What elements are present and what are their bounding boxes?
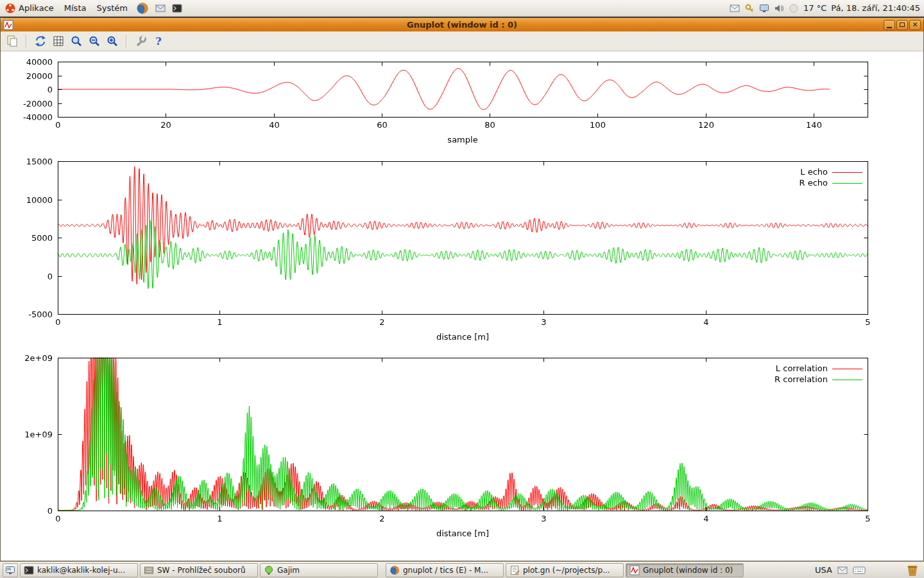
clock[interactable]: Pá, 18. září, 21:40:45 <box>831 3 920 13</box>
tray-mail-icon[interactable] <box>837 565 848 575</box>
maximize-icon <box>900 22 905 27</box>
gnuplot-toolbar: ? <box>1 31 923 51</box>
system-tray: 17 °C Pá, 18. září, 21:40:45 <box>730 0 924 16</box>
keyboard-layout-indicator[interactable]: USA <box>815 565 832 575</box>
weather-icon[interactable] <box>789 3 799 13</box>
close-icon: ✕ <box>912 21 918 28</box>
gnome-top-panel: Aplikace Místa Systém <box>0 0 924 17</box>
volume-icon[interactable] <box>774 3 784 13</box>
show-desktop-icon <box>5 565 15 575</box>
tray-mail-icon[interactable] <box>730 3 740 13</box>
zoom-in-icon <box>106 35 119 48</box>
zoom-icon <box>70 35 83 48</box>
firefox-icon <box>136 2 149 15</box>
file-manager-icon <box>144 565 154 575</box>
chart-echo-canvas[interactable] <box>0 154 924 347</box>
show-desktop-button[interactable] <box>3 563 18 577</box>
task-label: plot.gn (~/projects/p... <box>523 566 610 575</box>
firefox-launcher[interactable] <box>133 0 152 16</box>
zoom-out-icon <box>88 35 101 48</box>
minimize-icon <box>887 27 892 28</box>
gnuplot-icon <box>629 565 640 575</box>
copy-icon <box>6 35 19 48</box>
toolbar-separator <box>26 35 27 48</box>
refresh-icon <box>34 35 47 48</box>
zoom-in-button[interactable] <box>105 33 120 49</box>
bottom-taskbar: kaklik@kaklik-kolej-u... SW - Prohlížeč … <box>0 561 924 578</box>
copy-to-clipboard-button[interactable] <box>4 33 20 49</box>
text-editor-icon <box>509 565 520 575</box>
tray-display-icon[interactable] <box>759 3 769 13</box>
minimize-button[interactable] <box>884 20 895 30</box>
window-titlebar[interactable]: Gnuplot (window id : 0) ✕ <box>1 18 923 31</box>
grid-icon <box>52 35 65 48</box>
chart-signal-canvas[interactable] <box>0 54 924 152</box>
task-gnuplot[interactable]: Gnuplot (window id : 0) <box>626 563 744 577</box>
task-label: Gnuplot (window id : 0) <box>643 566 733 575</box>
menu-system[interactable]: Systém <box>91 0 132 16</box>
task-file-manager[interactable]: SW - Prohlížeč souborů <box>140 563 258 577</box>
firefox-icon <box>389 565 400 575</box>
wrench-icon <box>134 35 147 48</box>
zoom-out-button[interactable] <box>87 33 102 49</box>
window-title: Gnuplot (window id : 0) <box>1 20 923 30</box>
task-label: gnuplot / tics (E) - M... <box>403 566 488 575</box>
close-button[interactable]: ✕ <box>909 20 921 30</box>
toggle-grid-button[interactable] <box>51 33 66 49</box>
menu-places-label: Místa <box>64 3 87 13</box>
maximize-button[interactable] <box>896 20 908 30</box>
task-firefox[interactable]: gnuplot / tics (E) - M... <box>386 563 504 577</box>
trash-icon[interactable] <box>906 564 919 577</box>
terminal-launcher[interactable] <box>169 0 185 16</box>
gajim-icon <box>264 565 274 575</box>
settings-button[interactable] <box>133 33 148 49</box>
keyboard-icon[interactable] <box>853 564 866 577</box>
menu-applications-label: Aplikace <box>19 3 54 13</box>
task-label: Gajim <box>277 566 300 575</box>
task-gajim[interactable]: Gajim <box>260 563 378 577</box>
task-terminal[interactable]: kaklik@kaklik-kolej-u... <box>20 563 138 577</box>
menu-places[interactable]: Místa <box>59 0 92 16</box>
task-label: kaklik@kaklik-kolej-u... <box>37 566 125 575</box>
mail-icon <box>155 3 166 13</box>
replot-button[interactable] <box>33 33 48 49</box>
task-label: SW - Prohlížeč souborů <box>157 566 246 575</box>
terminal-icon <box>172 3 182 13</box>
task-text-editor[interactable]: plot.gn (~/projects/p... <box>506 563 624 577</box>
help-icon: ? <box>155 35 161 48</box>
ubuntu-logo-icon <box>5 3 15 13</box>
temperature-label[interactable]: 17 °C <box>803 3 826 13</box>
mail-launcher[interactable] <box>152 0 169 16</box>
zoom-previous-button[interactable] <box>69 33 84 49</box>
menu-system-label: Systém <box>96 3 127 13</box>
tray-key-icon[interactable] <box>744 3 755 13</box>
menu-applications[interactable]: Aplikace <box>0 0 59 16</box>
help-button[interactable]: ? <box>151 33 166 49</box>
chart-correlation-canvas[interactable] <box>0 350 924 546</box>
terminal-icon <box>24 565 34 575</box>
toolbar-separator <box>126 35 127 48</box>
taskbar-right: USA <box>815 564 921 577</box>
